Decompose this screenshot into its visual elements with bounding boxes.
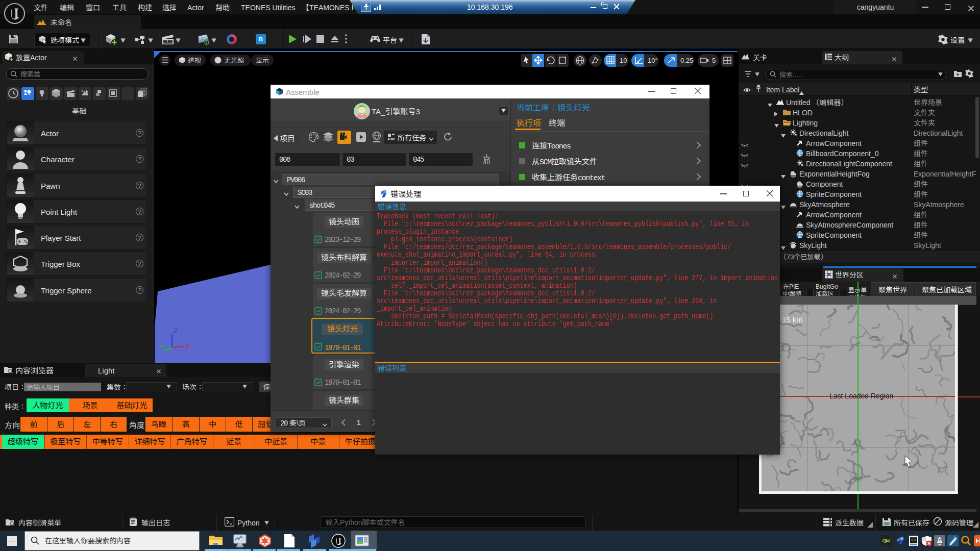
svg-text:Z: Z — [174, 327, 178, 335]
svg-text:Y: Y — [160, 343, 164, 351]
svg-text:X: X — [185, 342, 190, 350]
